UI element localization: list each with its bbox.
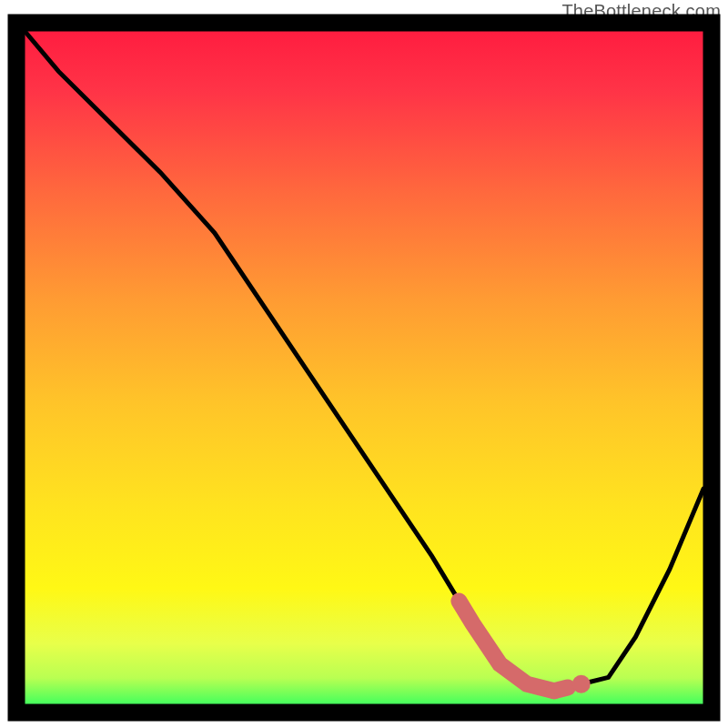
bottleneck-chart bbox=[0, 0, 728, 728]
gradient-background bbox=[16, 23, 712, 713]
chart-container: TheBottleneck.com bbox=[0, 0, 728, 728]
optimal-range-dash bbox=[554, 688, 568, 692]
optimal-point-marker bbox=[572, 675, 591, 693]
plot-area bbox=[16, 23, 712, 713]
